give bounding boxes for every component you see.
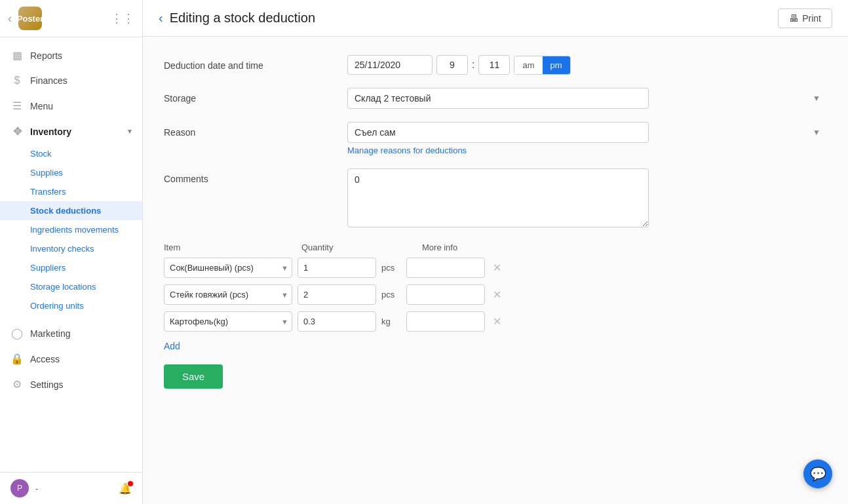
app-logo: Poster bbox=[18, 7, 42, 30]
sidebar-subitem-suppliers[interactable]: Suppliers bbox=[0, 258, 142, 277]
remove-row-button-3[interactable]: ✕ bbox=[490, 313, 504, 330]
page-title: Editing a stock deduction bbox=[170, 10, 315, 26]
finances-icon: $ bbox=[10, 75, 24, 87]
comments-row: Comments 0 bbox=[164, 168, 827, 229]
sidebar-item-settings[interactable]: ⚙ Settings bbox=[0, 372, 142, 397]
reason-select-wrapper: Съел сам ▼ bbox=[347, 122, 827, 143]
date-input[interactable] bbox=[347, 55, 433, 75]
unit-label-1: pcs bbox=[381, 263, 401, 273]
item-more-info-3[interactable] bbox=[406, 311, 485, 332]
menu-icon: ☰ bbox=[10, 100, 24, 112]
print-label: Print bbox=[802, 13, 821, 24]
item-qty-input-1[interactable] bbox=[298, 258, 376, 278]
sidebar-subitem-stock[interactable]: Stock bbox=[0, 144, 142, 163]
storage-select-wrapper: Склад 2 тестовый ▼ bbox=[347, 88, 827, 109]
main-content: ‹ Editing a stock deduction 🖶 Print Dedu… bbox=[143, 0, 848, 504]
items-section: Item Quantity More info Сок(Вишневый) (p… bbox=[164, 242, 827, 351]
item-column-header: Item bbox=[164, 242, 295, 252]
remove-row-button-1[interactable]: ✕ bbox=[490, 259, 504, 277]
chat-bubble-button[interactable]: 💬 bbox=[803, 459, 832, 488]
sidebar-item-finances[interactable]: $ Finances bbox=[0, 68, 142, 93]
ampm-group: am pm bbox=[514, 56, 570, 75]
item-qty-input-2[interactable] bbox=[298, 284, 376, 305]
sidebar-item-settings-label: Settings bbox=[30, 379, 64, 390]
sidebar-item-marketing[interactable]: ◯ Marketing bbox=[0, 320, 142, 346]
manage-reasons-link[interactable]: Manage reasons for deductions bbox=[347, 145, 467, 155]
avatar: P bbox=[10, 479, 29, 497]
sidebar-item-access[interactable]: 🔒 Access bbox=[0, 346, 142, 372]
marketing-icon: ◯ bbox=[10, 327, 24, 339]
item-more-info-2[interactable] bbox=[406, 284, 485, 305]
storage-label: Storage bbox=[164, 88, 347, 104]
am-button[interactable]: am bbox=[514, 56, 542, 74]
sidebar-item-reports-label: Reports bbox=[30, 50, 62, 61]
item-qty-input-3[interactable] bbox=[298, 311, 376, 332]
items-table-header: Item Quantity More info bbox=[164, 242, 827, 252]
storage-select[interactable]: Склад 2 тестовый bbox=[347, 88, 649, 109]
item-select-2[interactable]: Стейк говяжий (pcs) bbox=[164, 284, 292, 305]
pm-button[interactable]: pm bbox=[543, 56, 570, 74]
sidebar: ‹ Poster ⋮⋮ ▩ Reports $ Finances ☰ Menu … bbox=[0, 0, 143, 504]
printer-icon: 🖶 bbox=[789, 13, 798, 24]
sidebar-item-menu[interactable]: ☰ Menu bbox=[0, 93, 142, 119]
item-more-info-1[interactable] bbox=[406, 258, 485, 278]
reason-select[interactable]: Съел сам bbox=[347, 122, 649, 143]
access-icon: 🔒 bbox=[10, 353, 24, 365]
back-button[interactable]: ‹ bbox=[159, 10, 163, 26]
datetime-group: : am pm bbox=[347, 55, 827, 75]
storage-select-arrow-icon: ▼ bbox=[813, 94, 820, 103]
sidebar-nav: ▩ Reports $ Finances ☰ Menu ✥ Inventory … bbox=[0, 37, 142, 472]
sidebar-item-menu-label: Menu bbox=[30, 101, 53, 111]
sidebar-item-inventory-label: Inventory bbox=[30, 126, 71, 137]
print-button[interactable]: 🖶 Print bbox=[778, 9, 832, 28]
time-separator: : bbox=[472, 59, 474, 71]
reason-label: Reason bbox=[164, 122, 347, 138]
unit-label-2: pcs bbox=[381, 290, 401, 300]
sidebar-subitem-inventory-checks[interactable]: Inventory checks bbox=[0, 239, 142, 258]
sidebar-subitem-ordering-units[interactable]: Ordering units bbox=[0, 296, 142, 315]
save-button[interactable]: Save bbox=[164, 364, 223, 389]
sidebar-subitem-ingredients-movements[interactable]: Ingredients movements bbox=[0, 220, 142, 239]
item-select-wrapper-3: Картофель(kg) ▼ bbox=[164, 311, 292, 332]
reason-control: Съел сам ▼ Manage reasons for deductions bbox=[347, 122, 827, 155]
sidebar-user: P - 🔔 bbox=[0, 472, 142, 504]
hour-input[interactable] bbox=[436, 55, 468, 75]
remove-row-button-2[interactable]: ✕ bbox=[490, 286, 504, 303]
table-row: Стейк говяжий (pcs) ▼ pcs ✕ bbox=[164, 284, 827, 305]
sidebar-subitem-transfers[interactable]: Transfers bbox=[0, 182, 142, 201]
item-select-wrapper-2: Стейк говяжий (pcs) ▼ bbox=[164, 284, 292, 305]
comments-control: 0 bbox=[347, 168, 827, 229]
sidebar-item-reports[interactable]: ▩ Reports bbox=[0, 43, 142, 68]
item-select-1[interactable]: Сок(Вишневый) (pcs) bbox=[164, 258, 292, 278]
minute-input[interactable] bbox=[478, 55, 510, 75]
sidebar-item-inventory[interactable]: ✥ Inventory ▾ bbox=[0, 119, 142, 144]
unit-label-3: kg bbox=[381, 317, 401, 326]
table-row: Сок(Вишневый) (pcs) ▼ pcs ✕ bbox=[164, 258, 827, 278]
page-header: ‹ Editing a stock deduction 🖶 Print bbox=[143, 0, 848, 37]
sidebar-subitem-supplies[interactable]: Supplies bbox=[0, 163, 142, 182]
chat-icon: 💬 bbox=[810, 466, 826, 482]
storage-row: Storage Склад 2 тестовый ▼ bbox=[164, 88, 827, 109]
deduction-date-label: Deduction date and time bbox=[164, 55, 347, 71]
comments-textarea[interactable]: 0 bbox=[347, 168, 649, 227]
reason-row: Reason Съел сам ▼ Manage reasons for ded… bbox=[164, 122, 827, 155]
inventory-icon: ✥ bbox=[10, 125, 24, 138]
item-select-3[interactable]: Картофель(kg) bbox=[164, 311, 292, 332]
sidebar-subitem-stock-deductions[interactable]: Stock deductions bbox=[0, 201, 142, 220]
add-item-link[interactable]: Add bbox=[164, 341, 180, 351]
sidebar-item-access-label: Access bbox=[30, 354, 60, 364]
sidebar-back-button[interactable]: ‹ bbox=[8, 12, 12, 26]
grid-icon[interactable]: ⋮⋮ bbox=[111, 11, 134, 26]
deduction-date-row: Deduction date and time : am pm bbox=[164, 55, 827, 75]
sidebar-subitem-storage-locations[interactable]: Storage locations bbox=[0, 277, 142, 296]
sidebar-header: ‹ Poster ⋮⋮ bbox=[0, 0, 142, 37]
notification-dot bbox=[128, 481, 133, 486]
qty-column-header: Quantity bbox=[301, 242, 387, 252]
notification-bell[interactable]: 🔔 bbox=[119, 482, 132, 495]
comments-label: Comments bbox=[164, 168, 347, 184]
sidebar-item-finances-label: Finances bbox=[30, 75, 67, 86]
more-info-column-header: More info bbox=[422, 242, 507, 252]
inventory-arrow-icon: ▾ bbox=[128, 127, 132, 136]
settings-icon: ⚙ bbox=[10, 378, 24, 391]
item-select-wrapper-1: Сок(Вишневый) (pcs) ▼ bbox=[164, 258, 292, 278]
